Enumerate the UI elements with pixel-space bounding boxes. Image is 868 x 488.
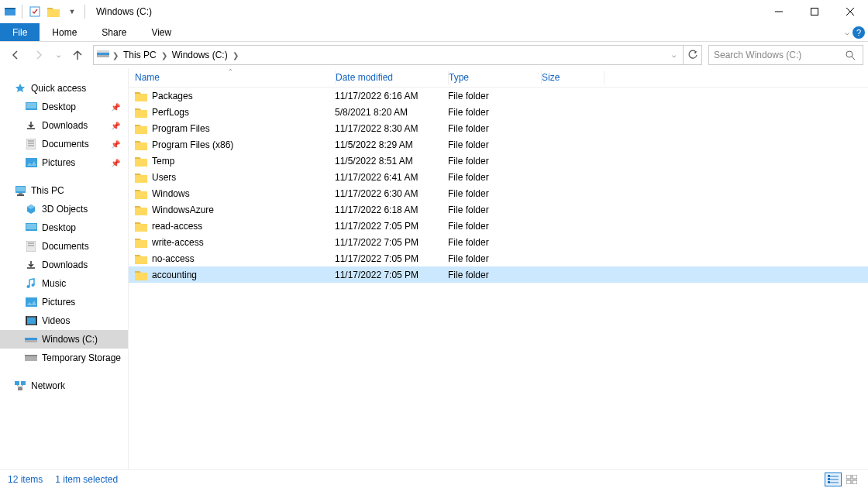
sidebar-item-desktop[interactable]: Desktop 📌 [0,98,128,116]
sidebar-item-label: Documents [42,241,89,252]
details-view-button[interactable] [825,473,842,486]
search-input[interactable] [714,50,842,60]
tab-view[interactable]: View [139,23,184,41]
column-header-name[interactable]: Name ⌃ [135,72,335,83]
breadcrumb-drive[interactable]: Windows (C:) [170,46,229,64]
file-date: 11/5/2022 8:29 AM [335,139,448,150]
pictures-icon [25,156,37,169]
svg-rect-24 [26,224,36,229]
file-list: Packages11/17/2022 6:16 AMFile folderPer… [129,88,868,283]
sidebar-item-label: Temporary Storage [42,352,121,363]
refresh-button[interactable] [683,46,701,64]
forward-button[interactable] [28,44,50,66]
qat-dropdown-icon[interactable]: ▼ [64,4,80,19]
file-row[interactable]: Program Files (x86)11/5/2022 8:29 AMFile… [129,136,868,153]
search-icon[interactable] [842,50,858,60]
chevron-right-icon[interactable]: ❯ [229,51,242,60]
breadcrumb-this-pc[interactable]: This PC [122,46,158,64]
folder-icon [135,236,147,249]
recent-dropdown-icon[interactable]: ⌵ [51,44,65,66]
file-row[interactable]: Windows11/17/2022 6:30 AMFile folder [129,185,868,201]
file-row[interactable]: accounting11/17/2022 7:05 PMFile folder [129,266,868,283]
pictures-icon [25,296,37,308]
column-header-date[interactable]: Date modified [336,72,448,83]
file-row[interactable]: no-access11/17/2022 7:05 PMFile folder [129,250,868,266]
maximize-button[interactable] [797,0,832,23]
svg-rect-4 [811,9,818,15]
drive-icon [25,333,37,345]
file-date: 11/17/2022 6:30 AM [335,188,448,199]
tab-home[interactable]: Home [40,23,89,41]
downloads-icon [25,119,37,132]
sidebar-item-downloads-2[interactable]: Downloads [0,256,128,274]
file-date: 11/5/2022 8:51 AM [335,156,448,167]
desktop-icon [25,222,37,234]
sidebar-item-desktop-2[interactable]: Desktop [0,218,128,237]
file-date: 11/17/2022 7:05 PM [335,270,448,280]
svg-rect-21 [19,193,22,194]
file-name: accounting [152,270,197,280]
file-type: File folder [448,188,540,199]
column-header-type[interactable]: Type [449,72,541,83]
sidebar-item-music[interactable]: Music [0,274,128,293]
file-row[interactable]: read-access11/17/2022 7:05 PMFile folder [129,218,868,234]
file-row[interactable]: Users11/17/2022 6:41 AMFile folder [129,169,868,185]
folder-icon [135,204,147,216]
addr-dropdown-icon[interactable]: ⌵ [664,46,683,64]
sidebar-item-quick-access[interactable]: Quick access [0,79,128,98]
file-row[interactable]: Temp11/5/2022 8:51 AMFile folder [129,153,868,169]
desktop-icon [25,101,37,113]
sidebar-item-network[interactable]: Network [0,376,128,395]
search-box[interactable] [708,45,863,65]
back-button[interactable] [5,44,26,66]
address-bar[interactable]: ❯ This PC ❯ Windows (C:) ❯ ⌵ [93,45,702,65]
chevron-right-icon[interactable]: ❯ [158,51,170,60]
minimize-button[interactable] [761,0,797,23]
close-button[interactable] [832,0,868,23]
explorer-icon [3,5,17,19]
file-row[interactable]: Program Files11/17/2022 8:30 AMFile fold… [129,120,868,136]
sidebar-item-documents[interactable]: Documents 📌 [0,135,128,153]
tab-file[interactable]: File [0,23,40,41]
file-row[interactable]: PerfLogs5/8/2021 8:20 AMFile folder [129,104,868,120]
file-name: Windows [152,188,190,199]
sidebar-item-videos[interactable]: Videos [0,311,128,330]
folder-qat-icon[interactable] [46,4,61,19]
file-name: PerfLogs [152,107,189,118]
sidebar-item-label: This PC [31,185,64,196]
sidebar-item-pictures[interactable]: Pictures 📌 [0,153,128,172]
svg-rect-18 [26,158,37,167]
drive-icon [97,49,109,61]
sidebar-item-3d-objects[interactable]: 3D Objects [0,200,128,218]
sidebar-item-documents-2[interactable]: Documents [0,237,128,256]
sidebar-item-label: Videos [42,315,70,326]
file-type: File folder [448,221,540,232]
sidebar-item-downloads[interactable]: Downloads 📌 [0,116,128,135]
file-row[interactable]: write-access11/17/2022 7:05 PMFile folde… [129,234,868,250]
file-row[interactable]: Packages11/17/2022 6:16 AMFile folder [129,88,868,104]
help-icon[interactable]: ? [852,26,865,39]
ribbon-expand-icon[interactable]: ⌵ [845,28,849,36]
sidebar-item-windows-c[interactable]: Windows (C:) [0,330,128,349]
svg-rect-30 [26,297,37,307]
chevron-right-icon[interactable]: ❯ [109,51,122,60]
sidebar-item-pictures-2[interactable]: Pictures [0,293,128,311]
3d-objects-icon [25,203,37,215]
documents-icon [25,138,37,150]
svg-rect-39 [25,355,37,356]
svg-line-5 [846,8,854,15]
folder-icon [135,122,147,135]
sidebar-item-temporary-storage[interactable]: Temporary Storage [0,349,128,367]
tab-share[interactable]: Share [89,23,139,41]
sidebar-item-this-pc[interactable]: This PC [0,181,128,200]
properties-icon[interactable] [27,4,43,19]
thumbnails-view-button[interactable] [843,473,860,486]
sidebar-item-label: Pictures [42,297,75,308]
column-header-size[interactable]: Size [542,72,604,83]
svg-point-28 [27,285,30,288]
file-row[interactable]: WindowsAzure11/17/2022 6:18 AMFile folde… [129,201,868,218]
pin-icon: 📌 [111,103,120,112]
up-button[interactable] [67,44,88,66]
file-type: File folder [448,139,540,150]
sidebar-item-label: Documents [42,139,89,149]
